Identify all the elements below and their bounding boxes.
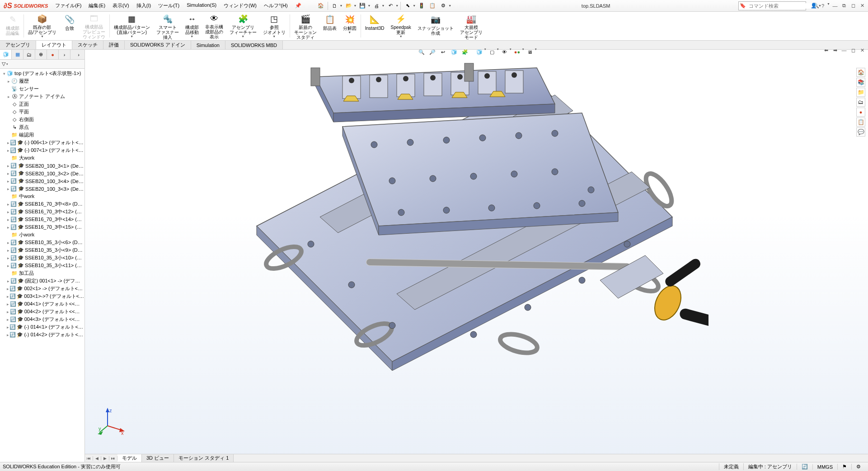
tree-item-21[interactable]: ▸🔃🎓SSEB10_35_3小<6> (Default< xyxy=(0,239,84,246)
menu-3[interactable]: 挿入(I) xyxy=(133,0,155,11)
tree-toggle-icon[interactable]: ▸ xyxy=(6,240,10,245)
tree-item-14[interactable]: ▸🔃🎓SSEB20_100_3<3> (Default< xyxy=(0,185,84,193)
tree-toggle-icon[interactable]: ▸ xyxy=(6,141,10,145)
menu-5[interactable]: Simulation(S) xyxy=(183,0,220,11)
options-button[interactable]: 📋 xyxy=(427,1,437,10)
dimxpert-manager-tab[interactable]: ⊕ xyxy=(35,50,47,59)
select-button[interactable]: ⬉ xyxy=(403,1,413,10)
tree-toggle-icon[interactable]: ▸ xyxy=(6,79,11,84)
display-manager-tab[interactable]: ● xyxy=(47,50,59,59)
rebuild-button[interactable]: 🚦 xyxy=(417,1,427,10)
ribbon-btn-2[interactable]: 📎合致 xyxy=(60,13,80,39)
status-flag-icon[interactable]: ⚑ xyxy=(837,464,851,470)
tree-item-19[interactable]: ▸🔃🎓SSEB16_70_3中<15> (Default xyxy=(0,223,84,231)
tree-item-28[interactable]: ▸🔃🎓003<1>->? (デフォルト<<デフォルト xyxy=(0,292,84,300)
orientation-triad[interactable]: z x y xyxy=(99,408,126,435)
open-button[interactable]: 📂 xyxy=(344,1,354,10)
ribbon-tab-4[interactable]: SOLIDWORKS アドイン xyxy=(125,41,191,49)
ribbon-btn-13[interactable]: 📐Instant3D xyxy=(362,13,388,39)
ribbon-btn-9[interactable]: ◳参照 ジオメトリ▼ xyxy=(260,13,289,39)
tree-toggle-icon[interactable]: ▸ xyxy=(6,256,10,260)
ribbon-btn-4[interactable]: ▦構成部品パターン (直線パターン)▼ xyxy=(111,13,153,39)
tree-toggle-icon[interactable]: ▸ xyxy=(6,179,10,184)
appearances-tab-icon[interactable]: ● xyxy=(856,108,865,117)
tree-item-16[interactable]: ▸🔃🎓SSEB16_70_3中<8> (Default< xyxy=(0,200,84,208)
tree-toggle-icon[interactable]: ▸ xyxy=(6,325,9,330)
tree-toggle-icon[interactable]: ▸ xyxy=(6,333,9,337)
new-button[interactable]: 🗋 xyxy=(330,1,340,10)
tree-toggle-icon[interactable]: ▸ xyxy=(6,264,10,268)
graphics-viewport[interactable]: ⬅ ➡ — ◻ ✕ 🔍 🔎 ↩ 🧊 🧩 🧊▾ ▢▾ 👁▾ ●●▾ 🖥▾ 🏠 📚 … xyxy=(85,50,868,462)
tree-item-5[interactable]: ◇右側面 xyxy=(0,116,84,123)
ribbon-btn-12[interactable]: 💥分解図▼ xyxy=(340,13,360,39)
tree-toggle-icon[interactable]: ▸ xyxy=(6,148,10,153)
bottom-tab-1[interactable]: 3D ビュー xyxy=(142,454,174,462)
menu-1[interactable]: 編集(E) xyxy=(85,0,109,11)
tree-toggle-icon[interactable]: ▸ xyxy=(6,164,10,168)
tree-toggle-icon[interactable]: ▸ xyxy=(6,302,10,306)
tree-item-33[interactable]: ▸🔃🎓(-) 014<2> (デフォルト<<デフォルト xyxy=(0,331,84,339)
tree-toggle-icon[interactable]: ▸ xyxy=(6,287,9,291)
restore-button[interactable]: ⧉ xyxy=(840,2,848,9)
ribbon-btn-6[interactable]: ↔構成部 品移動▼ xyxy=(182,13,202,39)
tree-item-10[interactable]: 📁大work xyxy=(0,154,84,162)
search-input[interactable] xyxy=(747,3,813,9)
tree-item-26[interactable]: ▸🔃🎓(固定) 001<1> -> (デフォルト< xyxy=(0,277,84,285)
ribbon-btn-5[interactable]: 🔩スマート ファスナー 挿入 xyxy=(153,13,182,39)
status-units[interactable]: MMGS xyxy=(812,464,837,470)
tree-item-11[interactable]: ▸🔃🎓SSEB20_100_3<1> (Default< xyxy=(0,162,84,170)
tree-toggle-icon[interactable]: ▸ xyxy=(6,310,10,314)
tree-item-8[interactable]: ▸🔃🎓(-) 006<1> (デフォルト<表示状態 xyxy=(0,139,84,146)
tree-item-4[interactable]: ◇平面 xyxy=(0,108,84,116)
minimize-button[interactable]: — xyxy=(831,2,839,9)
view-palette-tab-icon[interactable]: 🗂 xyxy=(856,98,865,107)
tree-item-20[interactable]: 📁小work xyxy=(0,231,84,239)
tree-item-27[interactable]: ▸🔃🎓002<1> -> (デフォルト<<デフォルト xyxy=(0,285,84,292)
tree-item-30[interactable]: ▸🔃🎓004<2> (デフォルト<<デフォルト> xyxy=(0,308,84,316)
custom-props-tab-icon[interactable]: 📋 xyxy=(856,118,865,127)
tree-toggle-icon[interactable]: ▸ xyxy=(6,210,10,214)
tree-item-0[interactable]: ▸🕘履歴 xyxy=(0,77,84,85)
menu-0[interactable]: ファイル(F) xyxy=(52,0,85,11)
tab-nav-prev-icon[interactable]: ◀ xyxy=(93,456,101,461)
mdi-prev-icon[interactable]: ⬅ xyxy=(822,47,830,54)
bottom-tab-0[interactable]: モデル xyxy=(117,454,142,462)
filter-icon[interactable]: ▽ xyxy=(2,61,5,67)
tab-nav-next-icon[interactable]: ▶ xyxy=(101,456,109,461)
ribbon-tab-2[interactable]: スケッチ xyxy=(72,41,103,49)
tree-item-31[interactable]: ▸🔃🎓004<3> (デフォルト<<デフォルト> xyxy=(0,316,84,323)
ribbon-tab-3[interactable]: 評価 xyxy=(103,41,125,49)
ribbon-btn-10[interactable]: 🎬新規の モーション スタディ xyxy=(291,13,320,39)
configuration-manager-tab[interactable]: 🗂 xyxy=(23,50,35,59)
mdi-next-icon[interactable]: ➡ xyxy=(831,47,839,54)
help-icon[interactable]: ? xyxy=(819,2,827,9)
maximize-button[interactable]: ◻ xyxy=(849,2,857,9)
tree-item-12[interactable]: ▸🔃🎓SSEB20_100_3<2> (Default< xyxy=(0,170,84,177)
tree-item-13[interactable]: ▸🔃🎓SSEB20_100_3<4> (Default< xyxy=(0,177,84,185)
tree-toggle-icon[interactable]: ▸ xyxy=(6,171,10,176)
mdi-minimize-button[interactable]: — xyxy=(840,47,848,54)
save-button[interactable]: 💾 xyxy=(357,1,367,10)
tree-item-17[interactable]: ▸🔃🎓SSEB16_70_3中<12> (Default xyxy=(0,208,84,216)
tree-item-15[interactable]: 📁中work xyxy=(0,193,84,200)
menu-4[interactable]: ツール(T) xyxy=(155,0,183,11)
tree-item-23[interactable]: ▸🔃🎓SSEB10_35_3小<10> (Default xyxy=(0,254,84,262)
status-settings-icon[interactable]: ⚙ xyxy=(851,464,865,470)
tab-nav-first-icon[interactable]: ⏮ xyxy=(85,456,93,461)
bottom-tab-2[interactable]: モーション スタディ 1 xyxy=(174,454,234,462)
status-reload-icon[interactable]: 🔄 xyxy=(797,464,812,470)
tree-toggle-icon[interactable]: ▸ xyxy=(6,317,10,322)
menu-2[interactable]: 表示(V) xyxy=(109,0,133,11)
pin-icon[interactable]: 📌 xyxy=(291,3,305,9)
ribbon-tab-5[interactable]: Simulation xyxy=(191,41,225,49)
tree-toggle-icon[interactable]: ▸ xyxy=(6,202,10,207)
tree-toggle-icon[interactable]: ▸ xyxy=(6,217,10,222)
undo-button[interactable]: ↶ xyxy=(385,1,395,10)
ribbon-btn-15[interactable]: 📷スナップショット 作成 xyxy=(414,13,457,39)
command-search[interactable]: 🔖 🔍▼ xyxy=(738,1,806,10)
tree-item-7[interactable]: 📁確認用 xyxy=(0,131,84,139)
tree-item-18[interactable]: ▸🔃🎓SSEB16_70_3中<14> (Default xyxy=(0,216,84,223)
tree-toggle-icon[interactable]: ▸ xyxy=(6,187,10,191)
ribbon-btn-16[interactable]: 🏭大規模 アセンブリ モード xyxy=(457,13,486,39)
tree-item-1[interactable]: 📡センサー xyxy=(0,85,84,93)
